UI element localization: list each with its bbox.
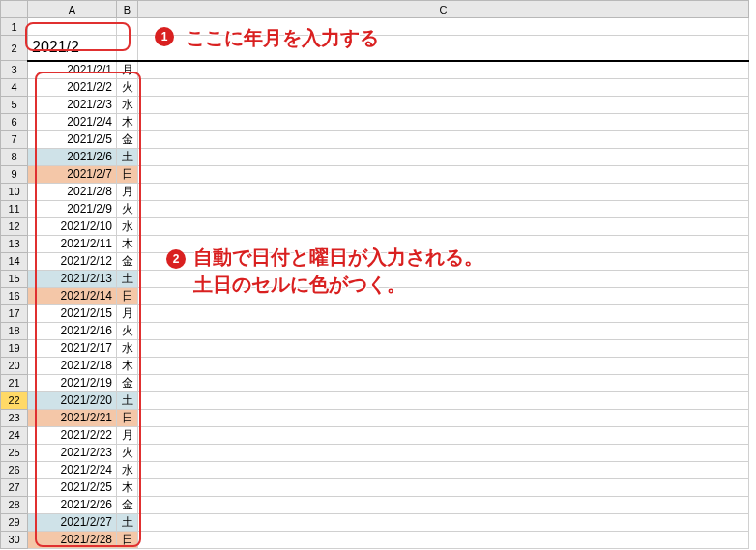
cell-empty[interactable]	[138, 339, 749, 357]
row-header[interactable]: 19	[1, 339, 28, 357]
cell-date[interactable]: 2021/2/1	[28, 61, 117, 79]
cell-dow[interactable]: 水	[117, 96, 138, 113]
cell-dow[interactable]: 金	[117, 252, 138, 270]
cell-empty[interactable]	[138, 18, 749, 36]
cell-date[interactable]: 2021/2/9	[28, 200, 117, 217]
cell-empty[interactable]	[138, 409, 749, 426]
cell-date[interactable]	[28, 18, 117, 36]
cell-dow[interactable]	[117, 36, 138, 61]
cell-empty[interactable]	[138, 36, 749, 61]
cell-empty[interactable]	[138, 461, 749, 478]
cell-empty[interactable]	[138, 165, 749, 183]
cell-empty[interactable]	[138, 148, 749, 165]
cell-date[interactable]: 2021/2/7	[28, 165, 117, 183]
cell-date[interactable]: 2021/2/20	[28, 391, 117, 409]
cell-empty[interactable]	[138, 478, 749, 496]
cell-dow[interactable]: 火	[117, 200, 138, 217]
cell-date[interactable]: 2021/2/26	[28, 496, 117, 513]
cell-date[interactable]: 2021/2/25	[28, 478, 117, 496]
cell-empty[interactable]	[138, 426, 749, 444]
cell-empty[interactable]	[138, 113, 749, 130]
cell-dow[interactable]: 金	[117, 496, 138, 513]
cell-dow[interactable]: 日	[117, 165, 138, 183]
row-header[interactable]: 22	[1, 391, 28, 409]
cell-date[interactable]: 2021/2/6	[28, 148, 117, 165]
cell-dow[interactable]: 日	[117, 531, 138, 548]
row-header[interactable]: 3	[1, 61, 28, 79]
cell-dow[interactable]: 日	[117, 409, 138, 426]
cell-empty[interactable]	[138, 183, 749, 200]
cell-dow[interactable]: 土	[117, 148, 138, 165]
cell-date[interactable]: 2021/2/15	[28, 304, 117, 322]
row-header[interactable]: 20	[1, 357, 28, 374]
cell-date[interactable]: 2021/2/22	[28, 426, 117, 444]
row-header[interactable]: 1	[1, 18, 28, 36]
cell-dow[interactable]: 土	[117, 513, 138, 531]
cell-date[interactable]: 2021/2/3	[28, 96, 117, 113]
row-header[interactable]: 2	[1, 36, 28, 61]
cell-dow[interactable]: 月	[117, 183, 138, 200]
cell-empty[interactable]	[138, 96, 749, 113]
cell-date[interactable]: 2021/2/16	[28, 322, 117, 339]
row-header[interactable]: 9	[1, 165, 28, 183]
cell-dow[interactable]: 木	[117, 235, 138, 252]
cell-dow[interactable]: 日	[117, 287, 138, 304]
cell-empty[interactable]	[138, 357, 749, 374]
row-header[interactable]: 5	[1, 96, 28, 113]
cell-empty[interactable]	[138, 304, 749, 322]
cell-dow[interactable]: 火	[117, 78, 138, 96]
row-header[interactable]: 28	[1, 496, 28, 513]
cell-dow[interactable]: 金	[117, 374, 138, 391]
cell-dow[interactable]: 月	[117, 426, 138, 444]
row-header[interactable]: 24	[1, 426, 28, 444]
row-header[interactable]: 30	[1, 531, 28, 548]
select-all-corner[interactable]	[1, 1, 28, 18]
cell-dow[interactable]: 月	[117, 304, 138, 322]
cell-date[interactable]: 2021/2/10	[28, 217, 117, 235]
cell-date[interactable]: 2021/2/21	[28, 409, 117, 426]
cell-date[interactable]: 2021/2/28	[28, 531, 117, 548]
cell-empty[interactable]	[138, 531, 749, 548]
row-header[interactable]: 6	[1, 113, 28, 130]
cell-empty[interactable]	[138, 130, 749, 148]
row-header[interactable]: 25	[1, 444, 28, 461]
row-header[interactable]: 17	[1, 304, 28, 322]
cell-empty[interactable]	[138, 513, 749, 531]
row-header[interactable]: 23	[1, 409, 28, 426]
cell-date[interactable]: 2021/2/8	[28, 183, 117, 200]
cell-date[interactable]: 2021/2/11	[28, 235, 117, 252]
col-header-A[interactable]: A	[28, 1, 117, 18]
cell-empty[interactable]	[138, 287, 749, 304]
cell-dow[interactable]: 水	[117, 461, 138, 478]
row-header[interactable]: 10	[1, 183, 28, 200]
cell-empty[interactable]	[138, 270, 749, 287]
cell-dow[interactable]: 土	[117, 270, 138, 287]
cell-date[interactable]: 2021/2/2	[28, 78, 117, 96]
col-header-B[interactable]: B	[117, 1, 138, 18]
cell-dow[interactable]: 火	[117, 444, 138, 461]
cell-dow[interactable]: 金	[117, 130, 138, 148]
cell-date[interactable]: 2021/2/19	[28, 374, 117, 391]
row-header[interactable]: 29	[1, 513, 28, 531]
cell-empty[interactable]	[138, 200, 749, 217]
cell-dow[interactable]: 土	[117, 391, 138, 409]
cell-empty[interactable]	[138, 217, 749, 235]
row-header[interactable]: 27	[1, 478, 28, 496]
cell-dow[interactable]: 火	[117, 322, 138, 339]
cell-empty[interactable]	[138, 444, 749, 461]
cell-dow[interactable]: 木	[117, 113, 138, 130]
row-header[interactable]: 14	[1, 252, 28, 270]
row-header[interactable]: 16	[1, 287, 28, 304]
cell-dow[interactable]: 月	[117, 61, 138, 79]
cell-dow[interactable]: 木	[117, 478, 138, 496]
row-header[interactable]: 4	[1, 78, 28, 96]
cell-date[interactable]: 2021/2/5	[28, 130, 117, 148]
cell-empty[interactable]	[138, 78, 749, 96]
spreadsheet-grid[interactable]: A B C 122021/232021/2/1月42021/2/2火52021/…	[0, 0, 749, 549]
cell-date[interactable]: 2021/2/14	[28, 287, 117, 304]
cell-dow[interactable]: 水	[117, 217, 138, 235]
row-header[interactable]: 21	[1, 374, 28, 391]
row-header[interactable]: 13	[1, 235, 28, 252]
cell-dow[interactable]	[117, 18, 138, 36]
row-header[interactable]: 12	[1, 217, 28, 235]
